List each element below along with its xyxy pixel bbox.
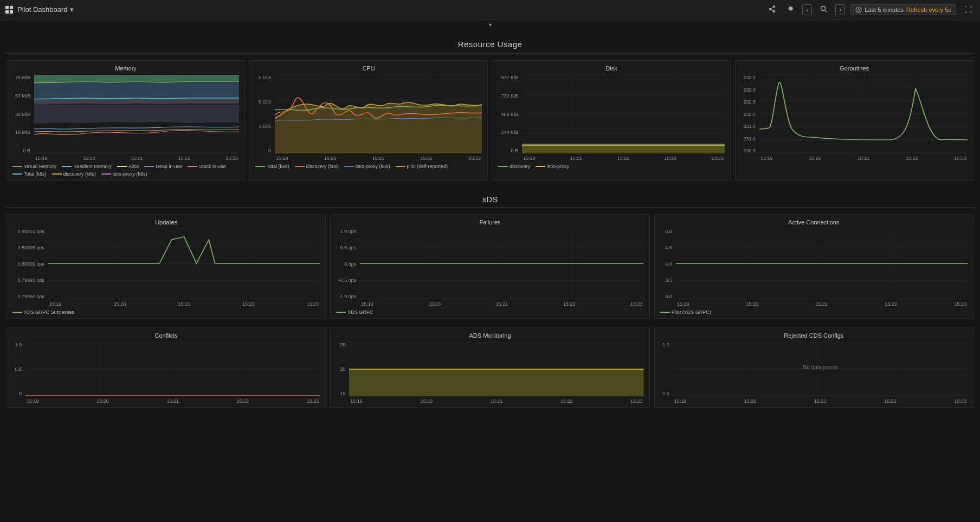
time-range-text: Last 5 minutes — [865, 7, 904, 13]
goroutines-panel: Goroutines 233.5 233.0 232.5 232.0 231.5… — [735, 60, 973, 181]
main-content: ▾ Resource Usage Memory 76 MiB 57 MiB 38… — [0, 20, 980, 414]
mem-y2: 19 MiB — [12, 130, 30, 135]
mem-y4: 57 MiB — [12, 93, 30, 99]
ads-chart-svg — [349, 342, 643, 396]
disk-legend: discovery istio-proxy — [498, 164, 725, 169]
cpu-legend: Total (k8s) discovery (k8s) istio-proxy … — [255, 164, 482, 169]
mem-y5: 76 MiB — [12, 75, 30, 80]
memory-legend: Virtual Memory Resident Memory Alloc Hea… — [12, 164, 239, 177]
fullscreen-button[interactable]: ⛶ — [962, 4, 975, 15]
nav-right: ‹ › Last 5 minutes Refresh every 5s ⛶ — [765, 4, 975, 15]
app-logo-icon — [5, 6, 13, 14]
conflicts-title: Conflicts — [12, 332, 320, 339]
resource-charts-row: Memory 76 MiB 57 MiB 38 MiB 19 MiB 0 B — [0, 58, 980, 187]
xds-charts-row2: Conflicts 1.0 0.5 0 — [0, 325, 980, 414]
conflicts-panel: Conflicts 1.0 0.5 0 — [7, 327, 326, 408]
memory-chart-svg — [34, 75, 239, 153]
xds-divider — [5, 207, 975, 208]
failures-panel: Failures 1.0 ops 0.5 ops 0 ops -0.5 ops … — [330, 214, 649, 319]
collapse-arrow[interactable]: ▾ — [0, 20, 980, 30]
rejected-cds-title: Rejected CDS Configs — [660, 332, 968, 339]
updates-panel: Updates 0.80010 ops 0.80005 ops 0.80000 … — [7, 214, 326, 319]
nav-prev-button[interactable]: ‹ — [802, 4, 812, 15]
rejected-cds-panel: Rejected CDS Configs 1.0 0.5 No data — [654, 327, 973, 408]
memory-title: Memory — [12, 65, 239, 72]
ads-monitoring-title: ADS Monitoring — [336, 332, 643, 339]
resource-section-header: Resource Usage — [0, 30, 980, 53]
memory-xaxis: 15:1915:2015:2115:2215:23 — [34, 156, 239, 161]
updates-chart-svg — [48, 229, 320, 299]
ads-monitoring-panel: ADS Monitoring 25 20 15 — [330, 327, 649, 408]
mem-y1: 0 B — [12, 148, 30, 153]
search-button[interactable] — [817, 4, 830, 15]
cpu-xaxis: 15:1915:2015:2115:2215:23 — [275, 156, 482, 161]
failures-legend: XDS GRPC — [336, 310, 643, 315]
top-navigation: Pilot Dashboard ▾ ‹ › Last 5 minutes Ref… — [0, 0, 980, 20]
share-button[interactable] — [765, 4, 778, 15]
no-data-label: No data points — [803, 364, 838, 370]
active-conn-chart-svg — [676, 229, 968, 299]
nav-left: Pilot Dashboard ▾ — [5, 5, 74, 14]
failures-title: Failures — [336, 219, 643, 225]
dashboard-title-text: Pilot Dashboard — [17, 5, 68, 14]
refresh-text: Refresh every 5s — [906, 7, 951, 13]
goroutines-chart-svg — [759, 75, 968, 153]
updates-title: Updates — [12, 219, 320, 225]
svg-line-4 — [859, 10, 860, 11]
memory-panel: Memory 76 MiB 57 MiB 38 MiB 19 MiB 0 B — [7, 60, 245, 181]
goroutines-legend — [741, 164, 968, 172]
active-connections-panel: Active Connections 5.0 4.5 4.0 3.5 3.0 — [654, 214, 973, 319]
active-conn-legend: Pilot (XDS GRPC) — [660, 310, 968, 315]
cpu-chart-svg — [275, 75, 482, 153]
xds-section-header: xDS — [0, 187, 980, 207]
updates-xaxis: 15:1915:2015:2115:2215:23 — [48, 301, 320, 307]
svg-point-0 — [821, 6, 826, 10]
resource-section-title: Resource Usage — [458, 40, 523, 49]
xds-charts-row1: Updates 0.80010 ops 0.80005 ops 0.80000 … — [0, 212, 980, 325]
time-range-display[interactable]: Last 5 minutes Refresh every 5s — [850, 4, 956, 15]
disk-chart-svg — [522, 75, 725, 153]
failures-xaxis: 15:1915:2015:2115:2215:23 — [360, 301, 643, 307]
nav-next-button[interactable]: › — [835, 4, 845, 15]
active-connections-title: Active Connections — [660, 219, 968, 225]
mem-y3: 38 MiB — [12, 112, 30, 117]
settings-button[interactable] — [784, 4, 797, 15]
rejected-cds-xaxis: 15:1915:2015:2115:2215:23 — [673, 398, 968, 404]
updates-legend: XDS GRPC Successes — [12, 310, 320, 315]
svg-line-1 — [825, 10, 827, 12]
disk-title: Disk — [498, 65, 725, 72]
goroutines-title: Goroutines — [741, 65, 968, 72]
goroutines-xaxis: 15:1915:2015:2115:2215:23 — [759, 156, 968, 161]
active-conn-xaxis: 15:1915:2015:2115:2215:23 — [676, 301, 968, 307]
disk-panel: Disk 977 KiB 732 KiB 488 KiB 244 KiB 0 B — [492, 60, 731, 181]
resource-divider — [5, 53, 975, 54]
clock-icon — [855, 7, 862, 13]
failures-chart-svg — [360, 229, 643, 299]
cpu-title: CPU — [255, 65, 482, 72]
title-dropdown-arrow[interactable]: ▾ — [70, 5, 74, 14]
xds-section-title: xDS — [482, 195, 498, 204]
cpu-panel: CPU 0.015 0.010 0.005 0 — [249, 60, 488, 181]
dashboard-title[interactable]: Pilot Dashboard ▾ — [17, 5, 74, 14]
ads-xaxis: 15:1915:2015:2115:2215:23 — [349, 398, 643, 404]
conflicts-chart-svg — [25, 342, 320, 396]
disk-xaxis: 15:1915:2015:2115:2215:23 — [522, 156, 725, 161]
conflicts-xaxis: 15:1915:2015:2115:2215:23 — [25, 398, 320, 404]
